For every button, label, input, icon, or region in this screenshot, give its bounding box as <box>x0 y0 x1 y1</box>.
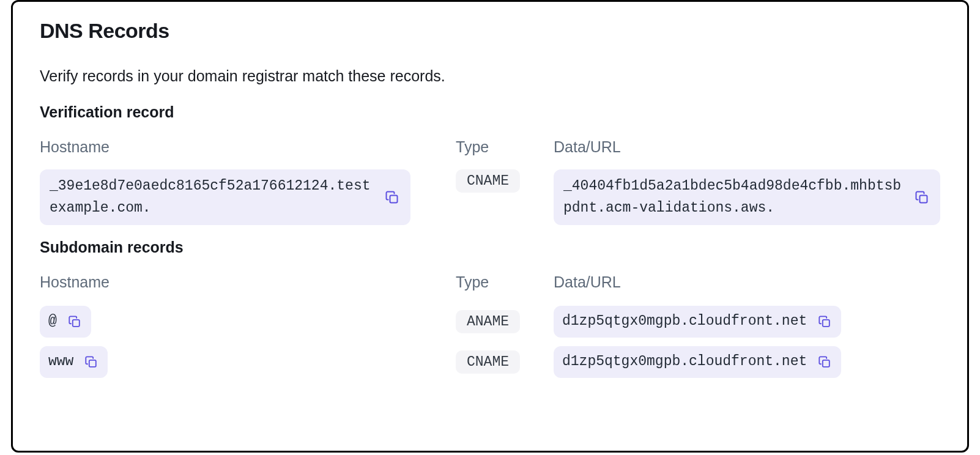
subdomain-records-label: Subdomain records <box>40 239 940 256</box>
subdomain-header-row: Hostname Type Data/URL <box>40 273 940 291</box>
copy-icon <box>84 355 98 369</box>
svg-rect-5 <box>823 360 830 367</box>
subdomain-record-row: www CNAME d1zp5qtgx0mgpb.cloudfront.net <box>40 346 940 378</box>
subdomain-data-value: d1zp5qtgx0mgpb.cloudfront.net <box>562 351 807 373</box>
verification-hostname-pill: _39e1e8d7e0aedc8165cf52a176612124.testex… <box>40 169 410 225</box>
page-title: DNS Records <box>40 19 940 43</box>
copy-icon <box>915 190 929 205</box>
header-hostname: Hostname <box>40 138 456 156</box>
copy-button[interactable] <box>83 354 99 370</box>
verification-data-pill: _40404fb1d5a2a1bdec5b4ad98de4cfbb.mhbtsb… <box>554 169 940 225</box>
svg-rect-0 <box>390 195 398 202</box>
copy-icon <box>68 315 81 328</box>
subdomain-hostname-pill: @ <box>40 306 91 338</box>
subdomain-type-value: ANAME <box>467 314 509 330</box>
verification-record-label: Verification record <box>40 103 940 121</box>
subdomain-hostname-value: @ <box>48 311 57 333</box>
subdomain-record-row: @ ANAME d1zp5qtgx0mgpb.cloudfront.net <box>40 306 940 338</box>
svg-rect-1 <box>920 195 927 202</box>
copy-button[interactable] <box>67 314 83 330</box>
verification-header-row: Hostname Type Data/URL <box>40 138 940 156</box>
copy-button[interactable] <box>817 314 833 330</box>
dns-records-panel: DNS Records Verify records in your domai… <box>11 0 969 453</box>
subdomain-data-pill: d1zp5qtgx0mgpb.cloudfront.net <box>554 346 841 378</box>
copy-icon <box>818 355 831 369</box>
verification-hostname-value: _39e1e8d7e0aedc8165cf52a176612124.testex… <box>50 176 374 219</box>
header-hostname: Hostname <box>40 273 456 291</box>
copy-icon <box>818 315 831 328</box>
svg-rect-2 <box>73 320 80 327</box>
subdomain-type-value: CNAME <box>467 354 509 370</box>
copy-button[interactable] <box>817 354 833 370</box>
header-data: Data/URL <box>554 138 940 156</box>
svg-rect-3 <box>823 320 830 327</box>
subdomain-hostname-pill: www <box>40 346 108 378</box>
verification-data-value: _40404fb1d5a2a1bdec5b4ad98de4cfbb.mhbtsb… <box>563 176 904 219</box>
subdomain-hostname-value: www <box>48 351 73 373</box>
subdomain-data-pill: d1zp5qtgx0mgpb.cloudfront.net <box>554 306 841 338</box>
page-description: Verify records in your domain registrar … <box>40 67 940 85</box>
copy-button[interactable] <box>384 189 401 206</box>
copy-button[interactable] <box>913 189 930 206</box>
header-type: Type <box>456 138 554 156</box>
subdomain-data-value: d1zp5qtgx0mgpb.cloudfront.net <box>562 311 807 333</box>
copy-icon <box>385 190 399 205</box>
subdomain-type-pill: CNAME <box>456 350 520 374</box>
svg-rect-4 <box>89 360 96 367</box>
verification-record-row: _39e1e8d7e0aedc8165cf52a176612124.testex… <box>40 169 940 225</box>
header-type: Type <box>456 273 554 291</box>
subdomain-type-pill: ANAME <box>456 310 520 333</box>
header-data: Data/URL <box>554 273 940 291</box>
verification-type-value: CNAME <box>467 173 509 189</box>
verification-type-pill: CNAME <box>456 169 520 193</box>
